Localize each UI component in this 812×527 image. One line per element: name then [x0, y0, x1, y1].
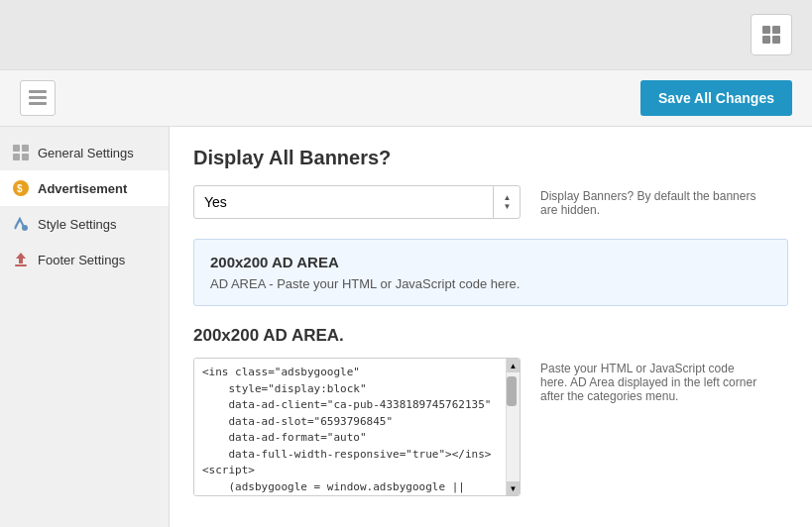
scrollbar-down-arrow[interactable]: ▼: [507, 481, 520, 495]
svg-rect-6: [29, 102, 47, 105]
sidebar-item-style-settings[interactable]: Style Settings: [0, 206, 169, 242]
code-textarea-wrapper: <ins class="adsbygoogle" style="display:…: [193, 358, 521, 496]
style-settings-icon: [12, 215, 30, 233]
sidebar-item-advertisement-label: Advertisement: [38, 181, 127, 196]
display-hint: Display Banners? By default the banners …: [540, 185, 758, 217]
ad-code-title: 200x200 AD AREA.: [193, 326, 788, 346]
scrollbar-thumb[interactable]: [507, 376, 517, 406]
svg-rect-2: [762, 36, 770, 44]
sidebar-item-general-settings[interactable]: General Settings: [0, 135, 169, 170]
footer-settings-icon: [12, 251, 30, 268]
display-banners-row: Yes No ▲ ▼ Display Banners? By default t…: [193, 185, 788, 219]
sidebar: General Settings $ Advertisement Style S…: [0, 127, 169, 527]
code-area-row: <ins class="adsbygoogle" style="display:…: [193, 358, 788, 496]
svg-rect-5: [29, 96, 47, 99]
display-dropdown[interactable]: Yes No: [193, 185, 521, 219]
sidebar-item-footer-label: Footer Settings: [38, 253, 125, 267]
svg-text:$: $: [17, 183, 23, 194]
content-area: Display All Banners? Yes No ▲ ▼ Display …: [169, 127, 812, 527]
top-icon[interactable]: [751, 14, 792, 55]
svg-point-13: [22, 225, 28, 231]
scrollbar-track: ▲ ▼: [506, 359, 520, 495]
save-all-button[interactable]: Save All Changes: [640, 80, 792, 116]
sidebar-item-advertisement[interactable]: $ Advertisement: [0, 170, 169, 206]
ad-preview-desc: AD AREA - Paste your HTML or JavaScript …: [210, 276, 771, 291]
code-hint: Paste your HTML or JavaScript code here.…: [540, 358, 758, 403]
code-textarea[interactable]: <ins class="adsbygoogle" style="display:…: [194, 359, 520, 495]
general-settings-icon: [12, 144, 30, 161]
svg-rect-0: [762, 26, 770, 34]
toolbar: Save All Changes: [0, 69, 812, 127]
sidebar-item-general-label: General Settings: [38, 146, 134, 160]
sidebar-item-style-label: Style Settings: [38, 217, 117, 232]
sidebar-item-footer-settings[interactable]: Footer Settings: [0, 242, 169, 277]
display-dropdown-wrapper: Yes No ▲ ▼: [193, 185, 521, 219]
main-layout: General Settings $ Advertisement Style S…: [0, 127, 812, 527]
advertisement-icon: $: [12, 179, 30, 197]
svg-rect-3: [772, 36, 780, 44]
ad-preview-box: 200x200 AD AREA AD AREA - Paste your HTM…: [193, 239, 788, 306]
svg-rect-10: [22, 154, 29, 160]
svg-rect-4: [29, 90, 47, 93]
svg-rect-7: [13, 145, 20, 152]
page-icon-button[interactable]: [20, 80, 56, 116]
display-banners-title: Display All Banners?: [193, 147, 788, 169]
scrollbar-up-arrow[interactable]: ▲: [507, 359, 520, 372]
svg-rect-14: [15, 264, 27, 266]
svg-rect-1: [772, 26, 780, 34]
ad-preview-title: 200x200 AD AREA: [210, 254, 771, 270]
svg-rect-9: [13, 154, 20, 160]
svg-rect-8: [22, 145, 29, 152]
